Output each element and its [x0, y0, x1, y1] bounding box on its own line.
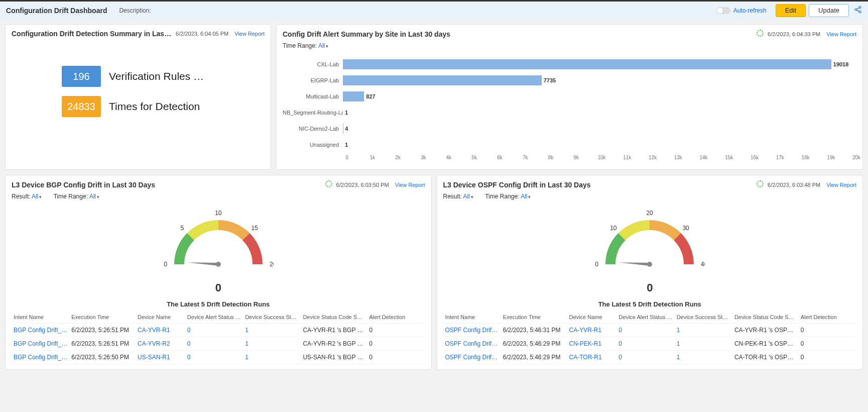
table-row: BGP Config Drift_U…6/2/2023, 5:26:50 PMU… — [12, 351, 425, 364]
ospf-view-report[interactable]: View Report — [826, 182, 856, 188]
table-column-header[interactable]: Device Success Status Code — [675, 311, 732, 324]
site-alerts-timestamp: 6/2/2023, 6:04:33 PM — [768, 31, 820, 37]
success-code[interactable]: 1 — [243, 337, 301, 351]
site-alerts-panel: Config Drift Alert Summary by Site in La… — [276, 24, 863, 170]
table-column-header[interactable]: Execution Time — [69, 311, 136, 324]
loading-icon — [757, 30, 764, 38]
bar-row: CXL-Lab19018 — [283, 56, 856, 72]
table-column-header[interactable]: Execution Time — [501, 311, 567, 324]
device-link[interactable]: US-SAN-R1 — [136, 351, 185, 364]
alert-code[interactable]: 0 — [185, 337, 243, 351]
exec-time: 6/2/2023, 5:46:29 PM — [501, 337, 567, 351]
table-row: OSPF Config Drift_…6/2/2023, 5:46:31 PMC… — [443, 324, 857, 337]
bgp-timestamp: 6/2/2023, 6:03:50 PM — [336, 182, 389, 188]
table-column-header[interactable]: Alert Detection — [367, 311, 425, 324]
bar-row: NIC-Demo2-Lab4 — [283, 121, 856, 137]
alert-code[interactable]: 0 — [616, 324, 674, 337]
device-link[interactable]: CA-TOR-R1 — [567, 351, 617, 364]
success-code[interactable]: 1 — [675, 337, 732, 351]
table-column-header[interactable]: Device Name — [567, 311, 617, 324]
success-code[interactable]: 1 — [675, 351, 732, 364]
device-link[interactable]: CN-PEK-R1 — [567, 337, 617, 351]
alert-detection: 0 — [799, 337, 856, 351]
bgp-result-label: Result: — [12, 193, 30, 200]
device-link[interactable]: CA-YVR-R1 — [567, 324, 617, 337]
page-title: Configuration Drift Dashboard — [6, 7, 107, 15]
kpi-detection-label: Times for Detection — [109, 100, 200, 113]
intent-link[interactable]: BGP Config Drift_C… — [12, 337, 69, 351]
ospf-timerange-dropdown[interactable]: All — [521, 193, 531, 200]
intent-link[interactable]: OSPF Config Drift_… — [443, 351, 501, 364]
ospf-title: L3 Device OSPF Config Drift in Last 30 D… — [443, 181, 591, 189]
bgp-gauge-value: 0 — [12, 281, 425, 294]
success-code[interactable]: 1 — [243, 324, 301, 337]
status-summary: CA-YVR-R1 's OSPF c… — [732, 324, 799, 337]
alert-detection: 0 — [799, 324, 856, 337]
bar-label: Unassigned — [283, 142, 343, 148]
update-button[interactable]: Update — [809, 4, 849, 17]
kpi-detection: 24833 Times for Detection — [62, 96, 265, 117]
bgp-view-report[interactable]: View Report — [395, 182, 425, 188]
status-summary: CA-YVR-R1 's BGP co… — [301, 324, 367, 337]
table-column-header[interactable]: Alert Detection — [799, 311, 856, 324]
status-summary: US-SAN-R1 's BGP c… — [301, 351, 367, 364]
site-alerts-view-report[interactable]: View Report — [826, 31, 856, 37]
site-timerange-dropdown[interactable]: All — [318, 42, 328, 49]
svg-text:10: 10 — [215, 210, 222, 217]
svg-marker-12 — [618, 262, 650, 266]
table-column-header[interactable]: Device Alert Status Code — [616, 311, 674, 324]
exec-time: 6/2/2023, 5:46:31 PM — [501, 324, 567, 337]
ospf-gauge-value: 0 — [443, 281, 857, 294]
exec-time: 6/2/2023, 5:26:50 PM — [69, 351, 136, 364]
alert-code[interactable]: 0 — [616, 351, 674, 364]
kpi-rules-value: 196 — [62, 66, 101, 87]
success-code[interactable]: 1 — [243, 351, 301, 364]
ospf-table-title: The Latest 5 Drift Detection Runs — [443, 300, 857, 308]
kpi-rules-label: Verification Rules … — [109, 70, 204, 82]
exec-time: 6/2/2023, 5:46:29 PM — [501, 351, 567, 364]
device-link[interactable]: CA-YVR-R2 — [136, 337, 185, 351]
alert-code[interactable]: 0 — [185, 324, 243, 337]
svg-text:15: 15 — [251, 225, 258, 232]
bgp-timerange-dropdown[interactable]: All — [89, 193, 99, 200]
alert-detection: 0 — [367, 351, 425, 364]
ospf-panel: L3 Device OSPF Config Drift in Last 30 D… — [437, 175, 863, 370]
intent-link[interactable]: BGP Config Drift_C… — [12, 324, 69, 337]
success-code[interactable]: 1 — [675, 324, 732, 337]
intent-link[interactable]: OSPF Config Drift_… — [443, 337, 501, 351]
summary-view-report[interactable]: View Report — [234, 31, 265, 37]
table-column-header[interactable]: Device Status Code Summary — [301, 311, 367, 324]
device-link[interactable]: CA-YVR-R1 — [136, 324, 185, 337]
bar-label: Multicast-Lab — [283, 93, 343, 99]
svg-text:0: 0 — [164, 261, 167, 268]
bar-label: CXL-Lab — [283, 61, 343, 67]
table-column-header[interactable]: Device Success Status Code — [243, 311, 301, 324]
auto-refresh-toggle[interactable] — [716, 7, 730, 14]
bgp-result-dropdown[interactable]: All — [32, 193, 42, 200]
ospf-timestamp: 6/2/2023, 6:03:48 PM — [768, 182, 820, 188]
table-column-header[interactable]: Device Status Code Summary — [732, 311, 799, 324]
alert-code[interactable]: 0 — [616, 337, 674, 351]
ospf-result-label: Result: — [443, 193, 462, 200]
ospf-result-dropdown[interactable]: All — [463, 193, 473, 200]
intent-link[interactable]: BGP Config Drift_U… — [12, 351, 69, 364]
svg-line-3 — [857, 8, 859, 9]
intent-link[interactable]: OSPF Config Drift_… — [443, 324, 501, 337]
svg-point-0 — [855, 9, 857, 11]
edit-button[interactable]: Edit — [776, 4, 806, 17]
bar-row: Multicast-Lab827 — [283, 88, 856, 105]
table-column-header[interactable]: Intent Name — [12, 311, 69, 324]
kpi-list: 196 Verification Rules … 24833 Times for… — [62, 66, 265, 117]
site-alerts-title: Config Drift Alert Summary by Site in La… — [283, 30, 450, 38]
bgp-panel: L3 Device BGP Config Drift in Last 30 Da… — [5, 175, 432, 370]
svg-text:20: 20 — [270, 261, 274, 268]
bgp-title: L3 Device BGP Config Drift in Last 30 Da… — [12, 181, 155, 189]
table-column-header[interactable]: Device Alert Status Code — [185, 311, 243, 324]
share-icon[interactable] — [854, 6, 862, 15]
alert-code[interactable]: 0 — [185, 351, 243, 364]
summary-timestamp: 6/2/2023, 6:04:05 PM — [176, 31, 228, 37]
table-column-header[interactable]: Intent Name — [443, 311, 501, 324]
table-column-header[interactable]: Device Name — [136, 311, 185, 324]
exec-time: 6/2/2023, 5:26:51 PM — [69, 337, 136, 351]
loading-icon — [757, 180, 764, 189]
